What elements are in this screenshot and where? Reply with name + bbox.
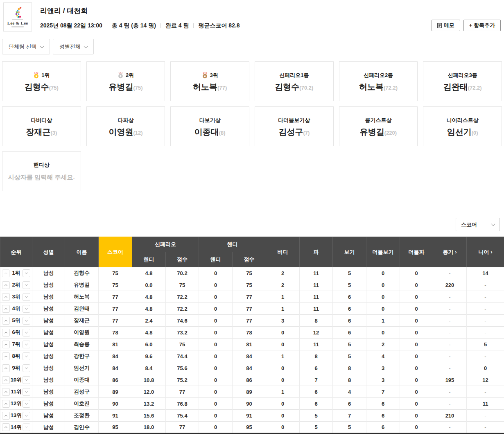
award-winner: 유병길(75) xyxy=(108,83,142,91)
rank-up-button[interactable] xyxy=(2,269,10,277)
rank-up-button[interactable] xyxy=(2,329,10,336)
rank-down-button[interactable] xyxy=(23,352,30,360)
award-title: 다파상 xyxy=(118,117,133,124)
award-winner-name: 이영원 xyxy=(108,127,133,136)
rank-down-button[interactable] xyxy=(23,293,30,301)
rank-up-button[interactable] xyxy=(2,281,10,289)
award-card[interactable]: 다더블보기상 김성구(7) xyxy=(255,106,334,146)
award-winner-name: 김형수 xyxy=(275,82,299,91)
cell-double-bogey: 0 xyxy=(366,303,400,315)
sort-dropdown[interactable]: 스코어 xyxy=(456,218,500,231)
rank-up-button[interactable] xyxy=(2,364,10,372)
cell-name: 김인수 xyxy=(65,422,99,433)
cell-bogey: 8 xyxy=(333,362,366,374)
cell-gender: 남성 xyxy=(32,350,65,362)
cell-double-par: 0 xyxy=(400,398,433,410)
cell-longest: - xyxy=(433,327,467,339)
rank-down-button[interactable] xyxy=(23,341,30,348)
memo-button[interactable]: 메모 xyxy=(432,20,460,31)
award-card[interactable]: 롱기스트상 유병길(220) xyxy=(339,106,418,146)
col-par: 파 xyxy=(300,237,333,267)
rank-down-button[interactable] xyxy=(23,423,30,431)
rank-up-button[interactable] xyxy=(2,412,10,420)
rank-up-button[interactable] xyxy=(2,388,10,396)
award-card[interactable]: 다버디상 장재근(3) xyxy=(2,106,81,146)
award-winner-value: (75) xyxy=(133,85,142,91)
cell-bogey: 6 xyxy=(333,315,366,327)
cell-double-bogey: 7 xyxy=(366,386,400,398)
rank-down-button[interactable] xyxy=(23,400,30,408)
rank-up-button[interactable] xyxy=(2,293,10,301)
cell-double-bogey: 3 xyxy=(366,362,400,374)
cell-gender: 남성 xyxy=(32,303,65,315)
cell-handi-handi: 0 xyxy=(199,374,233,386)
rank-up-button[interactable] xyxy=(2,341,10,348)
award-card[interactable]: 1위 김형수(75) xyxy=(2,61,81,101)
rank-down-button[interactable] xyxy=(23,412,30,420)
cell-bogey: 6 xyxy=(333,398,366,410)
rank-down-button[interactable] xyxy=(23,281,30,289)
col-group-handi: 핸디 xyxy=(199,237,266,252)
award-card[interactable]: 니어리스트상 임선기(0) xyxy=(423,106,502,146)
cell-double-par: 0 xyxy=(400,315,433,327)
cell-shinperio-score: 76.8 xyxy=(166,398,199,410)
cell-longest: - xyxy=(433,291,467,303)
cell-name: 이종대 xyxy=(65,374,99,386)
rank-down-button[interactable] xyxy=(23,388,30,396)
cell-shinperio-score: 74.6 xyxy=(166,315,199,327)
award-card[interactable]: 핸디상 시상자를 입력해 주세요. xyxy=(2,151,81,191)
cell-score: 75 xyxy=(99,279,132,291)
add-item-button[interactable]: + 항목추가 xyxy=(463,20,501,31)
col-nearest[interactable]: 니어 › xyxy=(467,237,504,267)
award-winner-name: 김형수 xyxy=(25,82,49,91)
cell-par: 5 xyxy=(300,410,333,422)
rank-up-button[interactable] xyxy=(2,305,10,313)
award-card[interactable]: 다파상 이영원(12) xyxy=(86,106,165,146)
rank-down-button[interactable] xyxy=(23,269,30,277)
rank-up-button[interactable] xyxy=(2,423,10,431)
cell-score: 84 xyxy=(99,350,132,362)
rank-up-button[interactable] xyxy=(2,352,10,360)
cell-nearest: 12 xyxy=(467,374,504,386)
chevron-down-icon xyxy=(491,222,495,226)
rank-down-button[interactable] xyxy=(23,364,30,372)
cell-longest: 195 xyxy=(433,374,467,386)
rank-down-button[interactable] xyxy=(23,305,30,313)
rank-up-button[interactable] xyxy=(2,400,10,408)
cell-shinperio-handi: 8.4 xyxy=(132,362,166,374)
award-card[interactable]: 2위 유병길(75) xyxy=(86,61,165,101)
col-double-bogey: 더블보기 xyxy=(366,237,400,267)
cell-shinperio-score: 70.2 xyxy=(166,267,199,279)
rank-down-button[interactable] xyxy=(23,376,30,384)
cell-longest: - xyxy=(433,350,467,362)
team-select-dropdown[interactable]: 단체팀 선택 xyxy=(2,39,50,54)
cell-handi-score: 75 xyxy=(233,267,266,279)
award-card[interactable]: 신페리오3등 김완태(72.2) xyxy=(423,61,502,101)
award-card[interactable]: 다보기상 이종대(8) xyxy=(170,106,249,146)
cell-gender: 남성 xyxy=(32,315,65,327)
award-winner-value: (75) xyxy=(49,85,59,91)
col-score[interactable]: 스코어 xyxy=(99,237,132,267)
rank-down-button[interactable] xyxy=(23,317,30,325)
cell-shinperio-handi: 13.2 xyxy=(132,398,166,410)
col-longest[interactable]: 롱기 › xyxy=(433,237,467,267)
cell-name: 김형수 xyxy=(65,267,99,279)
rank-up-button[interactable] xyxy=(2,317,10,325)
logo-brand-text: Lee & Lee xyxy=(7,20,28,25)
award-card[interactable]: 신페리오1등 김형수(70.2) xyxy=(255,61,334,101)
rank-label: 2위 xyxy=(12,281,20,289)
cell-shinperio-score: 75 xyxy=(166,279,199,291)
cell-longest: - xyxy=(433,386,467,398)
event-average-score: 평균스코어 82.8 xyxy=(198,22,240,29)
cell-name: 이호진 xyxy=(65,398,99,410)
award-winner-value: (8) xyxy=(219,130,226,136)
cell-handi-handi: 0 xyxy=(199,327,233,339)
rank-up-button[interactable] xyxy=(2,376,10,384)
rank-down-button[interactable] xyxy=(23,329,30,336)
award-card[interactable]: 3위 허노복(77) xyxy=(170,61,249,101)
gender-filter-dropdown[interactable]: 성별전체 xyxy=(53,39,94,54)
cell-longest: - xyxy=(433,362,467,374)
rank-label: 12위 xyxy=(11,400,22,407)
cell-handi-score: 77 xyxy=(233,315,266,327)
award-card[interactable]: 신페리오2등 허노복(72.2) xyxy=(339,61,418,101)
